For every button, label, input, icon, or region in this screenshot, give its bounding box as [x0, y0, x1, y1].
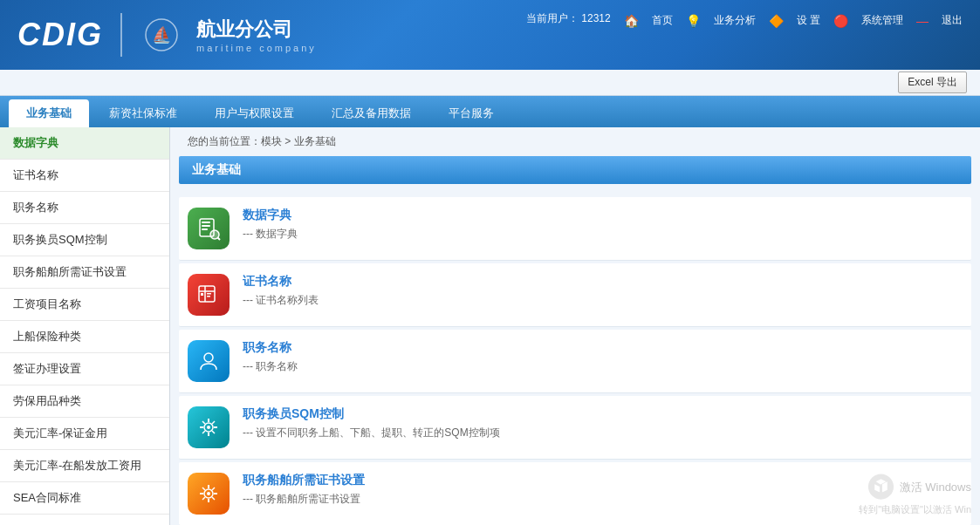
svg-rect-3	[202, 222, 210, 223]
sidebar-item-sqm[interactable]: 职务换员SQM控制	[0, 224, 169, 256]
tab-user-permissions[interactable]: 用户与权限设置	[197, 99, 312, 127]
cert-settings-desc: --- 职务船舶所需证书设置	[243, 492, 365, 507]
sqm-text: 职务换员SQM控制 --- 设置不同职务上船、下船、提职、转正的SQM控制项	[243, 406, 500, 440]
sidebar-item-salary-items[interactable]: 工资项目名称	[0, 289, 169, 321]
tab-summary-data[interactable]: 汇总及备用数据	[314, 99, 428, 127]
header: CDIG ⛵ 航业分公司 maritime company 当前用户： 1231…	[0, 0, 980, 70]
nav-exit[interactable]: 退出	[942, 13, 963, 28]
sidebar-item-data-dict[interactable]: 数据字典	[0, 127, 169, 160]
tab-platform-service[interactable]: 平台服务	[431, 99, 511, 127]
cdig-logo: CDIG	[17, 17, 103, 53]
position-name-title: 职务名称	[243, 340, 298, 356]
data-dict-title: 数据字典	[243, 208, 298, 223]
content-wrapper: 数据字典 证书名称 职务名称 职务换员SQM控制 职务船舶所需证书设置 工资项目…	[0, 127, 980, 525]
tab-business-basics[interactable]: 业务基础	[9, 99, 89, 127]
svg-line-22	[212, 431, 215, 433]
sidebar-item-usd-salary[interactable]: 美元汇率-在船发放工资用	[0, 450, 169, 482]
svg-line-32	[212, 497, 215, 500]
company-name: 航业分公司	[196, 17, 317, 43]
menu-item-cert-settings[interactable]: 职务船舶所需证书设置 --- 职务船舶所需证书设置	[179, 462, 971, 525]
header-right: 当前用户： 12312 🏠 首页 💡 业务分析 🔶 设 置 🔴 系统管理 — 退…	[526, 9, 963, 28]
svg-point-26	[207, 492, 210, 495]
data-dict-desc: --- 数据字典	[243, 227, 298, 242]
home-dot-icon: 🏠	[624, 14, 639, 28]
logo-divider	[120, 13, 122, 57]
cert-name-desc: --- 证书名称列表	[243, 293, 319, 308]
menu-item-sqm[interactable]: 职务换员SQM控制 --- 设置不同职务上船、下船、提职、转正的SQM控制项	[179, 396, 971, 460]
svg-line-34	[202, 497, 205, 500]
svg-line-21	[202, 421, 205, 424]
sidebar-item-sea-contract[interactable]: SEA合同标准	[0, 482, 169, 515]
sidebar-item-visa[interactable]: 签证办理设置	[0, 353, 169, 385]
svg-text:⛵: ⛵	[152, 25, 172, 44]
nav-system[interactable]: 系统管理	[861, 13, 903, 28]
svg-line-24	[202, 431, 205, 433]
svg-line-7	[218, 238, 221, 241]
current-user-info: 当前用户： 12312	[526, 11, 611, 26]
svg-rect-13	[207, 296, 210, 297]
excel-export-button[interactable]: Excel 导出	[898, 72, 967, 93]
cert-settings-title: 职务船舶所需证书设置	[243, 473, 365, 488]
analysis-dot-icon: 💡	[686, 14, 701, 28]
svg-line-23	[212, 421, 215, 424]
sidebar-item-insurance[interactable]: 上船保险种类	[0, 321, 169, 353]
data-dict-icon	[188, 208, 230, 249]
svg-line-33	[212, 488, 215, 490]
menu-item-cert-name[interactable]: 证书名称 --- 证书名称列表	[179, 263, 971, 327]
position-name-icon	[188, 340, 230, 382]
current-user-label: 当前用户：	[526, 12, 579, 24]
sidebar-item-position-name[interactable]: 职务名称	[0, 192, 169, 224]
items-grid: 数据字典 --- 数据字典 证书名称	[170, 193, 980, 525]
cert-settings-text: 职务船舶所需证书设置 --- 职务船舶所需证书设置	[243, 473, 365, 507]
svg-rect-11	[201, 293, 203, 296]
section-title: 业务基础	[179, 156, 971, 184]
toolbar: Excel 导出	[0, 70, 980, 96]
logo-area: CDIG ⛵ 航业分公司 maritime company	[17, 13, 317, 57]
tab-salary[interactable]: 薪资社保标准	[92, 99, 195, 127]
cert-name-text: 证书名称 --- 证书名称列表	[243, 274, 319, 308]
current-user-value: 12312	[581, 12, 610, 24]
nav-analysis[interactable]: 业务分析	[714, 13, 756, 28]
cert-name-icon	[188, 274, 230, 316]
sidebar-item-labor-goods[interactable]: 劳保用品种类	[0, 385, 169, 418]
main-nav: 业务基础 薪资社保标准 用户与权限设置 汇总及备用数据 平台服务	[0, 96, 980, 127]
sidebar-item-cert-settings[interactable]: 职务船舶所需证书设置	[0, 256, 169, 289]
nav-home[interactable]: 首页	[652, 13, 673, 28]
ship-icon: ⛵	[140, 16, 183, 55]
sidebar-item-cert-name[interactable]: 证书名称	[0, 160, 169, 192]
breadcrumb: 您的当前位置：模块 > 业务基础	[170, 127, 980, 156]
sidebar: 数据字典 证书名称 职务名称 职务换员SQM控制 职务船舶所需证书设置 工资项目…	[0, 127, 170, 525]
nav-settings[interactable]: 设 置	[797, 13, 820, 28]
cert-name-title: 证书名称	[243, 274, 319, 290]
main-content: 您的当前位置：模块 > 业务基础 业务基础 数据字典 -	[170, 127, 980, 525]
svg-rect-4	[202, 225, 210, 227]
svg-rect-12	[207, 293, 211, 295]
sqm-icon	[188, 406, 230, 448]
settings-dot-icon: 🔶	[769, 14, 784, 28]
system-dot-icon: 🔴	[833, 14, 848, 28]
svg-point-14	[204, 353, 213, 362]
company-name-block: 航业分公司 maritime company	[192, 17, 317, 53]
exit-dot-icon: —	[916, 14, 929, 28]
svg-rect-5	[202, 228, 208, 230]
menu-item-data-dict[interactable]: 数据字典 --- 数据字典	[179, 197, 971, 261]
position-name-text: 职务名称 --- 职务名称	[243, 340, 298, 374]
menu-item-position-name[interactable]: 职务名称 --- 职务名称	[179, 330, 971, 393]
data-dict-text: 数据字典 --- 数据字典	[243, 208, 298, 242]
cert-settings-icon	[188, 473, 230, 515]
sidebar-item-usd-deposit[interactable]: 美元汇率-保证金用	[0, 418, 169, 450]
company-sub: maritime company	[196, 43, 317, 53]
sqm-desc: --- 设置不同职务上船、下船、提职、转正的SQM控制项	[243, 426, 500, 440]
header-nav: 🏠 首页 💡 业务分析 🔶 设 置 🔴 系统管理 — 退出	[624, 13, 963, 28]
svg-line-31	[202, 488, 205, 490]
svg-point-16	[207, 426, 210, 429]
sqm-title: 职务换员SQM控制	[243, 406, 500, 422]
position-name-desc: --- 职务名称	[243, 359, 298, 374]
